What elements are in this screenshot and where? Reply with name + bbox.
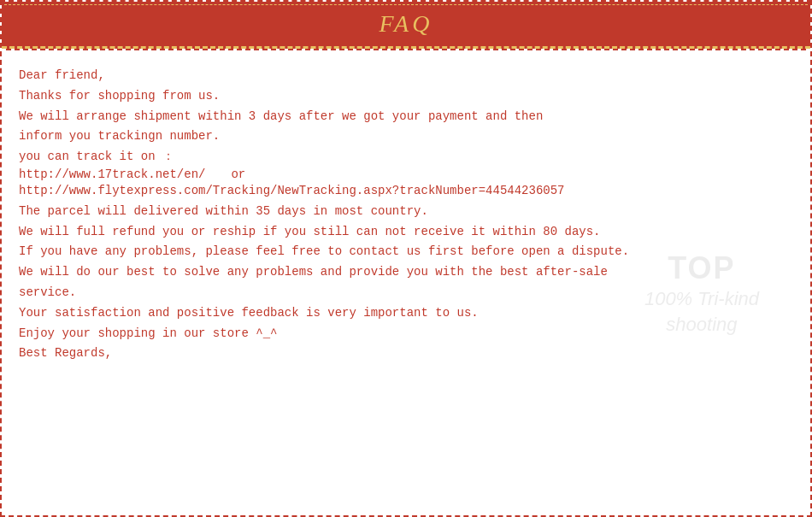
line-parcel: The parcel will delivered within 35 days… xyxy=(19,202,793,222)
tracking-url1: http://www.17track.net/en/ xyxy=(19,167,205,181)
line-enjoy: Enjoy your shopping in our store ^_^ xyxy=(19,324,793,344)
or-text: or xyxy=(231,167,245,181)
header-section: FAQ xyxy=(2,2,810,49)
page-wrapper: FAQ Dear friend, Thanks for shopping fro… xyxy=(0,0,812,517)
faq-title: FAQ xyxy=(380,10,433,37)
tracking-url2: http://www.flytexpress.com/Tracking/NewT… xyxy=(19,181,793,202)
line-shipment2: inform you trackingn number. xyxy=(19,126,793,147)
line-service: service. xyxy=(19,283,793,303)
line-regards: Best Regards, xyxy=(19,344,793,364)
line-thanks: Thanks for shopping from us. xyxy=(19,86,793,107)
line-dear-friend: Dear friend, xyxy=(19,66,793,86)
line-track: you can track it on ： xyxy=(19,147,793,167)
tracking-row: http://www.17track.net/en/ or xyxy=(19,167,793,181)
line-satisfaction: Your satisfaction and positive feedback … xyxy=(19,303,793,324)
content-area: Dear friend, Thanks for shopping from us… xyxy=(2,50,810,373)
line-shipment1: We will arrange shipment within 3 days a… xyxy=(19,107,793,127)
line-best1: We will do our best to solve any problem… xyxy=(19,262,793,283)
line-refund: We will full refund you or reship if you… xyxy=(19,222,793,243)
line-problems: If you have any problems, please feel fr… xyxy=(19,242,793,262)
